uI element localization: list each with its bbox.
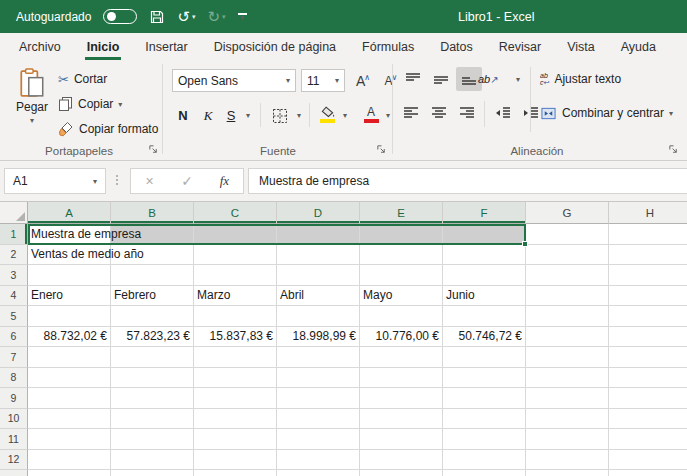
- cell-A3[interactable]: [28, 265, 111, 286]
- cell-D2[interactable]: [277, 245, 360, 266]
- cell-C6[interactable]: 15.837,83 €: [194, 327, 277, 348]
- cell-F3[interactable]: [443, 265, 526, 286]
- cell-G3[interactable]: [526, 265, 609, 286]
- tab-vista[interactable]: Vista: [554, 33, 608, 60]
- tab-datos[interactable]: Datos: [427, 33, 486, 60]
- chevron-down-icon[interactable]: ▾: [669, 109, 673, 118]
- cell-A10[interactable]: [28, 409, 111, 430]
- cell-H13[interactable]: [609, 470, 687, 476]
- cell-G6[interactable]: [526, 327, 609, 348]
- cell-B12[interactable]: [111, 450, 194, 471]
- cell-B7[interactable]: [111, 347, 194, 368]
- cell-E2[interactable]: [360, 245, 443, 266]
- cell-A2[interactable]: Ventas de medio año: [28, 245, 111, 266]
- tab-ayuda[interactable]: Ayuda: [608, 33, 669, 60]
- formula-input[interactable]: Muestra de empresa: [248, 168, 687, 194]
- cell-G7[interactable]: [526, 347, 609, 368]
- cell-E10[interactable]: [360, 409, 443, 430]
- tab-insertar[interactable]: Insertar: [132, 33, 200, 60]
- cell-C3[interactable]: [194, 265, 277, 286]
- cell-C13[interactable]: [194, 470, 277, 476]
- cell-C11[interactable]: [194, 429, 277, 450]
- row-header-2[interactable]: 2: [0, 245, 28, 266]
- orientation-dropdown[interactable]: ▾: [512, 67, 524, 91]
- cell-H4[interactable]: [609, 286, 687, 307]
- column-header-G[interactable]: G: [526, 202, 609, 224]
- name-box[interactable]: A1 ▾: [4, 168, 106, 194]
- cell-F1[interactable]: [443, 224, 526, 245]
- cell-A12[interactable]: [28, 450, 111, 471]
- cell-F8[interactable]: [443, 368, 526, 389]
- cell-C5[interactable]: [194, 306, 277, 327]
- autosave-toggle[interactable]: [103, 9, 137, 24]
- tab-inicio[interactable]: Inicio: [74, 33, 133, 60]
- column-header-B[interactable]: B: [111, 202, 194, 224]
- borders-button[interactable]: [268, 103, 292, 128]
- row-header-8[interactable]: 8: [0, 368, 28, 389]
- cell-D8[interactable]: [277, 368, 360, 389]
- chevron-down-icon[interactable]: ▾: [192, 13, 196, 21]
- cell-E1[interactable]: [360, 224, 443, 245]
- column-header-H[interactable]: H: [609, 202, 687, 224]
- fill-handle[interactable]: [522, 241, 528, 247]
- redo-button[interactable]: ↻▾: [208, 9, 226, 24]
- cell-E5[interactable]: [360, 306, 443, 327]
- cell-H7[interactable]: [609, 347, 687, 368]
- cell-B3[interactable]: [111, 265, 194, 286]
- cell-D12[interactable]: [277, 450, 360, 471]
- cell-F7[interactable]: [443, 347, 526, 368]
- insert-function-button[interactable]: fx: [206, 173, 243, 189]
- borders-dropdown[interactable]: ▾: [293, 103, 305, 128]
- cell-B10[interactable]: [111, 409, 194, 430]
- cell-E12[interactable]: [360, 450, 443, 471]
- tab-disposicion-de-pagina[interactable]: Disposición de página: [201, 33, 349, 60]
- cell-A7[interactable]: [28, 347, 111, 368]
- align-right-button[interactable]: [454, 101, 480, 125]
- cell-C12[interactable]: [194, 450, 277, 471]
- cell-D1[interactable]: [277, 224, 360, 245]
- cell-H12[interactable]: [609, 450, 687, 471]
- cell-E3[interactable]: [360, 265, 443, 286]
- cell-B6[interactable]: 57.823,23 €: [111, 327, 194, 348]
- wrap-text-button[interactable]: abc↩ Ajustar texto: [540, 68, 621, 90]
- cell-D6[interactable]: 18.998,99 €: [277, 327, 360, 348]
- cell-F12[interactable]: [443, 450, 526, 471]
- cell-A13[interactable]: [28, 470, 111, 476]
- align-middle-button[interactable]: [428, 67, 454, 91]
- cell-E11[interactable]: [360, 429, 443, 450]
- cell-B4[interactable]: Febrero: [111, 286, 194, 307]
- cell-E13[interactable]: [360, 470, 443, 476]
- alignment-dialog-launcher[interactable]: [666, 142, 680, 156]
- cell-H2[interactable]: [609, 245, 687, 266]
- cell-D4[interactable]: Abril: [277, 286, 360, 307]
- bold-button[interactable]: N: [172, 103, 194, 128]
- font-dialog-launcher[interactable]: [374, 142, 388, 156]
- cell-D7[interactable]: [277, 347, 360, 368]
- cell-G13[interactable]: [526, 470, 609, 476]
- cell-B11[interactable]: [111, 429, 194, 450]
- cell-E9[interactable]: [360, 388, 443, 409]
- cell-A4[interactable]: Enero: [28, 286, 111, 307]
- decrease-indent-button[interactable]: [490, 101, 516, 125]
- cell-H8[interactable]: [609, 368, 687, 389]
- row-header-9[interactable]: 9: [0, 388, 28, 409]
- cell-F9[interactable]: [443, 388, 526, 409]
- column-header-E[interactable]: E: [360, 202, 443, 224]
- cell-F10[interactable]: [443, 409, 526, 430]
- cell-A11[interactable]: [28, 429, 111, 450]
- cut-button[interactable]: ✂ Cortar: [58, 68, 107, 90]
- cell-H11[interactable]: [609, 429, 687, 450]
- cell-G5[interactable]: [526, 306, 609, 327]
- cell-D11[interactable]: [277, 429, 360, 450]
- align-center-button[interactable]: [426, 101, 452, 125]
- cell-B13[interactable]: [111, 470, 194, 476]
- fill-color-button[interactable]: [315, 102, 339, 127]
- column-header-F[interactable]: F: [443, 202, 526, 224]
- copy-button[interactable]: Copiar ▾: [58, 93, 122, 115]
- chevron-down-icon[interactable]: ▾: [30, 116, 34, 125]
- cell-H1[interactable]: [609, 224, 687, 245]
- cell-F2[interactable]: [443, 245, 526, 266]
- column-header-C[interactable]: C: [194, 202, 277, 224]
- cell-B9[interactable]: [111, 388, 194, 409]
- enter-button[interactable]: ✓: [168, 173, 205, 189]
